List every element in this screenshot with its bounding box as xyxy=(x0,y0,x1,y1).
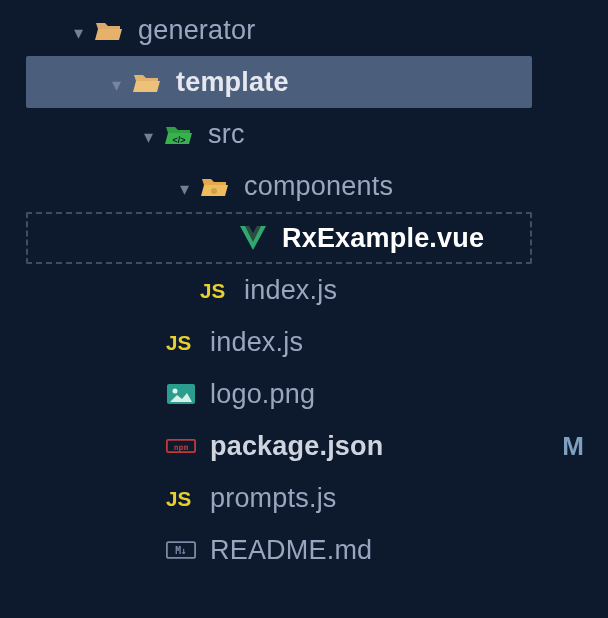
tree-row-label: RxExample.vue xyxy=(282,223,484,254)
tree-row[interactable]: template xyxy=(26,56,532,108)
folder-components-icon xyxy=(200,171,230,201)
chevron-none xyxy=(180,282,194,296)
tree-row[interactable]: generator xyxy=(0,4,608,56)
js-icon: JS xyxy=(166,483,196,513)
tree-row-label: template xyxy=(176,67,289,98)
chevron-none xyxy=(146,542,160,556)
chevron-none xyxy=(146,438,160,452)
image-icon xyxy=(166,379,196,409)
chevron-none xyxy=(146,490,160,504)
npm-icon: npm xyxy=(166,431,196,461)
tree-row[interactable]: M↓ README.md xyxy=(0,524,608,576)
md-icon: M↓ xyxy=(166,535,196,565)
svg-text:npm: npm xyxy=(174,443,189,452)
js-icon: JS xyxy=(200,275,230,305)
tree-row-label: index.js xyxy=(244,275,337,306)
tree-row[interactable]: RxExample.vue xyxy=(26,212,532,264)
svg-point-1 xyxy=(211,188,217,194)
tree-row[interactable]: logo.png xyxy=(0,368,608,420)
tree-row[interactable]: npm package.jsonM xyxy=(0,420,608,472)
folder-open-icon xyxy=(94,15,124,45)
chevron-none xyxy=(146,334,160,348)
chevron-down-icon[interactable] xyxy=(180,178,194,192)
folder-src-icon: </> xyxy=(164,119,194,149)
chevron-none xyxy=(146,386,160,400)
chevron-down-icon[interactable] xyxy=(112,74,126,88)
tree-row-label: README.md xyxy=(210,535,372,566)
tree-row-label: generator xyxy=(138,15,255,46)
svg-point-5 xyxy=(173,389,178,394)
file-tree: generator template </> src components Rx… xyxy=(0,0,608,576)
tree-row[interactable]: JS index.js xyxy=(0,316,608,368)
svg-text:</>: </> xyxy=(172,135,185,145)
svg-text:M↓: M↓ xyxy=(175,545,187,556)
tree-row-label: src xyxy=(208,119,245,150)
tree-row-label: prompts.js xyxy=(210,483,337,514)
tree-row[interactable]: JS prompts.js xyxy=(0,472,608,524)
vue-icon xyxy=(238,223,268,253)
chevron-none xyxy=(218,230,232,244)
vcs-status-badge: M xyxy=(562,431,584,462)
tree-row[interactable]: </> src xyxy=(0,108,608,160)
chevron-down-icon[interactable] xyxy=(74,22,88,36)
tree-row[interactable]: JS index.js xyxy=(0,264,608,316)
svg-text:JS: JS xyxy=(200,279,225,302)
folder-open-alt-icon xyxy=(132,67,162,97)
tree-row-label: index.js xyxy=(210,327,303,358)
chevron-down-icon[interactable] xyxy=(144,126,158,140)
tree-row-label: components xyxy=(244,171,393,202)
tree-row[interactable]: components xyxy=(0,160,608,212)
js-icon: JS xyxy=(166,327,196,357)
svg-text:JS: JS xyxy=(166,487,191,510)
svg-text:JS: JS xyxy=(166,331,191,354)
tree-row-label: package.json xyxy=(210,431,383,462)
tree-row-label: logo.png xyxy=(210,379,315,410)
